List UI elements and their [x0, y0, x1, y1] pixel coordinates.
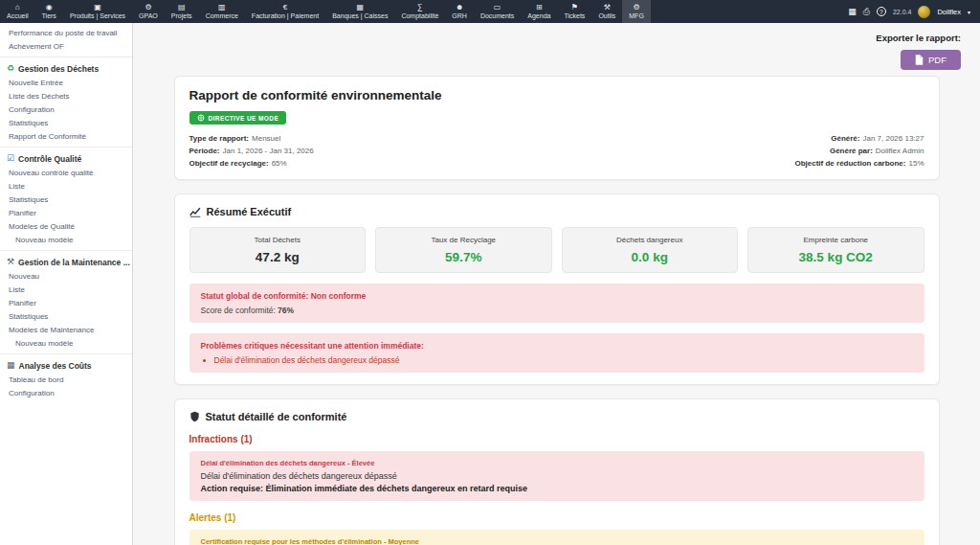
- hr-icon: ☻: [456, 3, 463, 11]
- pdf-button-label: PDF: [928, 55, 947, 65]
- nav-item-tiers[interactable]: ◉ Tiers: [35, 0, 63, 23]
- sidebar-item[interactable]: Tableau de bord: [0, 373, 132, 386]
- sidebar-item[interactable]: Nouvelle Entrée: [0, 76, 132, 89]
- nav-item-label: MFG: [629, 12, 644, 20]
- sidebar-item[interactable]: Planifier: [0, 206, 132, 219]
- home-icon: ⌂: [15, 3, 20, 11]
- critical-issue-item: Délai d'élimination des déchets dangereu…: [214, 355, 913, 365]
- report-container: Rapport de conformité environnementale D…: [174, 76, 940, 545]
- sidebar-item[interactable]: Statistiques: [0, 309, 132, 323]
- nav-item-label: GPAO: [139, 12, 158, 20]
- badge-label: DIRECTIVE UE MODE: [209, 115, 279, 122]
- chart-line-icon: [189, 206, 201, 217]
- sidebar-item[interactable]: Nouveau modèle: [0, 336, 132, 350]
- sidebar-section-title: Gestion des Déchets: [18, 64, 99, 74]
- quality-check-icon: ☑: [7, 154, 14, 163]
- critical-issues-alert: Problèmes critiques nécessitant une atte…: [189, 333, 924, 373]
- user-avatar[interactable]: [918, 6, 930, 18]
- projects-icon: ▤: [178, 3, 186, 11]
- user-menu[interactable]: Doliflex: [937, 8, 961, 16]
- nav-item-produits-services[interactable]: ▣ Produits | Services: [63, 0, 132, 23]
- help-icon[interactable]: ?: [877, 7, 886, 16]
- sidebar-item[interactable]: Rapport de Conformité: [0, 129, 132, 143]
- nav-item-grh[interactable]: ☻ GRH: [445, 0, 474, 23]
- nav-item-mfg[interactable]: ⚙ MFG: [622, 0, 651, 23]
- stat-hazardous-waste: Déchets dangereux 0.0 kg: [562, 227, 739, 273]
- sidebar-item[interactable]: Nouveau modèle: [0, 233, 132, 246]
- sidebar-item[interactable]: Achèvement OF: [0, 39, 132, 53]
- nav-item-label: Outils: [598, 12, 615, 20]
- summary-stats: Total Déchets 47.2 kg Taux de Recyclage …: [189, 227, 924, 273]
- recycle-icon: ♻: [7, 64, 14, 73]
- meta-report-type: Type de rapport:Mensuel: [189, 134, 314, 143]
- sidebar-item[interactable]: Modèles de Maintenance: [0, 323, 132, 336]
- violation-action: Action requise: Élimination immédiate de…: [201, 484, 913, 493]
- nav-item-outils[interactable]: ⚒ Outils: [591, 0, 622, 23]
- meta-generated: Généré:Jan 7, 2026 13:27: [794, 134, 924, 143]
- billing-icon: €: [283, 3, 287, 11]
- sidebar-section-header[interactable]: ⚒ Gestion de la Maintenance ...: [0, 255, 132, 269]
- bank-icon: ▦: [357, 3, 365, 11]
- shield-icon: [189, 411, 200, 422]
- accounting-icon: ∑: [417, 3, 423, 11]
- sidebar-section-header[interactable]: ☑ Contrôle Qualité: [0, 151, 132, 166]
- sidebar-section-header[interactable]: ▦ Analyse des Coûts: [0, 358, 132, 373]
- nav-item-banques-caisses[interactable]: ▦ Banques | Caisses: [325, 0, 394, 23]
- sidebar-item[interactable]: Statistiques: [0, 193, 132, 206]
- nav-item-accueil[interactable]: ⌂ Accueil: [0, 0, 35, 23]
- nav-item-agenda[interactable]: ⊞ Agenda: [521, 0, 557, 23]
- stat-carbon-footprint: Empreinte carbone 38.5 kg CO2: [747, 227, 924, 273]
- summary-title: Résumé Exécutif: [207, 206, 292, 217]
- sidebar-section-quality: ☑ Contrôle Qualité Nouveau contrôle qual…: [0, 147, 132, 246]
- modules-icon[interactable]: ▦: [848, 7, 857, 16]
- nav-item-gpao[interactable]: ⚙ GPAO: [132, 0, 165, 23]
- sidebar-section-title: Contrôle Qualité: [18, 154, 81, 164]
- warnings-heading: Alertes (1): [189, 512, 924, 523]
- main-content: Exporter le rapport: PDF Rapport de conf…: [133, 23, 980, 545]
- summary-header: Résumé Exécutif: [189, 206, 924, 217]
- export-pdf-button[interactable]: PDF: [901, 50, 961, 70]
- nav-item-label: Documents: [480, 12, 514, 20]
- main-menu: ⌂ Accueil ◉ Tiers ▣ Produits | Services …: [0, 0, 651, 23]
- print-icon[interactable]: ⎙: [863, 7, 870, 17]
- detail-title: Statut détaillé de conformité: [206, 411, 347, 422]
- nav-item-documents[interactable]: ▭ Documents: [474, 0, 521, 23]
- sidebar-item[interactable]: Modèles de Qualité: [0, 219, 132, 233]
- sidebar-item[interactable]: Nouveau contrôle qualité: [0, 166, 132, 179]
- factory-icon: ⚙: [633, 3, 639, 11]
- stat-recycling-rate: Taux de Recyclage 59.7%: [375, 227, 552, 273]
- agenda-icon: ⊞: [536, 3, 543, 11]
- nav-item-label: Tiers: [42, 12, 56, 20]
- sidebar-item[interactable]: Configuration: [0, 386, 132, 399]
- pdf-file-icon: [915, 55, 924, 65]
- sidebar-section-waste: ♻ Gestion des Déchets Nouvelle Entrée Li…: [0, 57, 132, 143]
- tickets-icon: ⚑: [571, 3, 578, 11]
- nav-item-label: Accueil: [7, 12, 29, 20]
- report-header-card: Rapport de conformité environnementale D…: [174, 76, 940, 180]
- nav-item-label: Banques | Caisses: [332, 12, 388, 20]
- sidebar-section-maintenance: ⚒ Gestion de la Maintenance ... Nouveau …: [0, 250, 132, 350]
- detail-header: Statut détaillé de conformité: [189, 411, 924, 422]
- commerce-icon: ▥: [218, 3, 226, 11]
- sidebar-item[interactable]: Statistiques: [0, 116, 132, 129]
- nav-item-projets[interactable]: ▤ Projets: [165, 0, 199, 23]
- sidebar-item[interactable]: Planifier: [0, 296, 132, 309]
- sidebar-section-header[interactable]: ♻ Gestion des Déchets: [0, 61, 132, 76]
- sidebar-item[interactable]: Configuration: [0, 102, 132, 116]
- nav-item-tickets[interactable]: ⚑ Tickets: [557, 0, 591, 23]
- documents-icon: ▭: [494, 3, 501, 11]
- nav-item-label: Produits | Services: [70, 12, 125, 20]
- nav-item-label: Tickets: [564, 12, 585, 20]
- globe-icon: [197, 114, 205, 122]
- sidebar-item[interactable]: Performance du poste de travail: [0, 26, 132, 39]
- sidebar-item[interactable]: Liste: [0, 283, 132, 296]
- nav-item-facturation-paiement[interactable]: € Facturation | Paiement: [245, 0, 325, 23]
- sidebar-item[interactable]: Liste: [0, 179, 132, 193]
- sidebar-item[interactable]: Nouveau: [0, 269, 132, 283]
- stat-total-waste: Total Déchets 47.2 kg: [189, 227, 367, 273]
- nav-item-comptabilite[interactable]: ∑ Comptabilité: [394, 0, 445, 23]
- cost-analysis-icon: ▦: [7, 361, 15, 370]
- sidebar-item[interactable]: Liste des Déchets: [0, 89, 132, 102]
- nav-item-commerce[interactable]: ▥ Commerce: [199, 0, 245, 23]
- top-navbar: ⌂ Accueil ◉ Tiers ▣ Produits | Services …: [0, 0, 980, 23]
